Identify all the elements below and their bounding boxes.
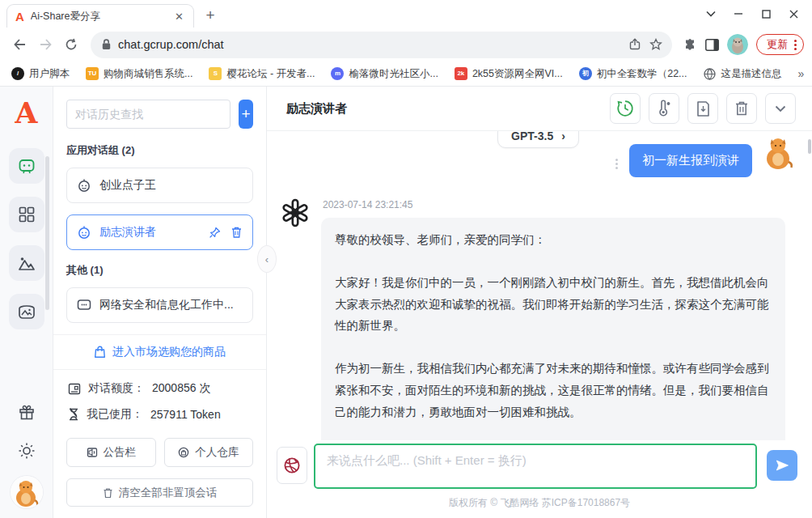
- chat-header: 励志演讲者: [267, 87, 812, 131]
- bookmark-label: 这是描述信息: [721, 67, 782, 81]
- nav-gallery-icon[interactable]: [9, 245, 44, 281]
- browser-tab[interactable]: A Ai-Share爱分享 ✕: [6, 4, 194, 28]
- bookmark-item[interactable]: TU 购物商城销售系统...: [86, 67, 192, 81]
- tab-close-icon[interactable]: ✕: [173, 11, 185, 23]
- bookmark-item[interactable]: 这是描述信息: [704, 67, 782, 81]
- minimize-icon[interactable]: [725, 3, 752, 24]
- browser-window: A Ai-Share爱分享 ✕ +: [0, 0, 812, 518]
- close-window-icon[interactable]: [780, 3, 807, 24]
- new-tab-button[interactable]: +: [199, 4, 222, 27]
- message-list[interactable]: GPT-3.5 › 初一新生报到演讲 2023-07-: [267, 131, 812, 440]
- nav-rail: A: [0, 87, 53, 518]
- model-selector[interactable]: GPT-3.5 ›: [497, 131, 579, 148]
- usage-label: 我已使用：: [87, 407, 143, 422]
- conversation-name: 励志演讲者: [99, 225, 156, 240]
- panel-collapse-chevron[interactable]: ‹: [257, 245, 277, 273]
- maximize-icon[interactable]: [752, 3, 780, 24]
- message-timestamp: 2023-07-14 23:21:45: [323, 199, 785, 210]
- profile-avatar[interactable]: [727, 34, 748, 55]
- history-time-button[interactable]: [610, 93, 641, 124]
- extensions-puzzle-icon[interactable]: [683, 38, 697, 52]
- web-access-button[interactable]: [277, 447, 307, 484]
- nav-chat-icon[interactable]: [9, 148, 44, 184]
- quota-label: 对话额度：: [88, 381, 145, 396]
- nav-apps-grid-icon[interactable]: [9, 197, 44, 232]
- update-label: 更新: [767, 37, 788, 52]
- assistant-openai-avatar: [279, 197, 311, 229]
- rail-scrollbar[interactable]: [45, 156, 49, 310]
- bookmark-label: 樱花论坛 - 开发者...: [226, 67, 315, 81]
- bookmark-star-icon[interactable]: [649, 38, 662, 51]
- user-message-bubble: 初一新生报到演讲: [629, 144, 752, 177]
- quota-value: 2000856 次: [152, 381, 210, 396]
- group-header-apps: 应用对话组 (2): [53, 142, 266, 168]
- chat-main: ‹ 励志演讲者: [267, 87, 812, 518]
- bookmark-favicon: 2k: [455, 67, 467, 80]
- conversation-name: 网络安全和信息化工作中...: [99, 298, 234, 312]
- theme-sun-icon[interactable]: [9, 437, 44, 465]
- pin-icon[interactable]: [209, 227, 221, 239]
- bookmarks-overflow-chevron[interactable]: »: [798, 67, 805, 80]
- quota-card-icon: [68, 383, 81, 395]
- gift-icon[interactable]: [9, 398, 44, 426]
- group-header-other: 其他 (1): [53, 261, 266, 287]
- temperature-button[interactable]: [649, 93, 679, 124]
- url-text[interactable]: chat.gcrup.com/chat: [118, 38, 622, 51]
- share-icon[interactable]: [629, 38, 642, 51]
- announcement-board-label: 公告栏: [104, 445, 137, 460]
- storage-icon: [178, 447, 189, 458]
- message-more-icon[interactable]: [612, 155, 621, 172]
- nav-photo-box-icon[interactable]: [9, 294, 44, 329]
- conversation-item-selected[interactable]: 励志演讲者: [66, 214, 253, 250]
- usage-row: 我已使用： 257911 Token: [68, 407, 252, 422]
- bookmark-label: 购物商城销售系统...: [104, 67, 192, 81]
- assistant-message-row: 2023-07-14 23:21:45 尊敬的校领导、老师们，亲爱的同学们： 大…: [279, 197, 797, 440]
- announcement-board-button[interactable]: 公告栏: [66, 438, 156, 467]
- shopping-bag-icon: [94, 346, 106, 359]
- save-tag-button[interactable]: [687, 93, 718, 124]
- messages-scrollbar[interactable]: [808, 139, 811, 154]
- user-avatar: [760, 134, 797, 171]
- bookmark-item[interactable]: m 榆落微时光社区小...: [331, 67, 438, 81]
- personal-storage-button[interactable]: 个人仓库: [164, 438, 254, 467]
- app-root: A: [0, 87, 812, 518]
- quota-row: 对话额度： 2000856 次: [68, 381, 252, 396]
- message-input[interactable]: [314, 444, 757, 489]
- forward-icon[interactable]: [34, 33, 57, 56]
- delete-chat-button[interactable]: [726, 93, 757, 124]
- clear-sessions-button[interactable]: 清空全部非置顶会话: [66, 478, 253, 507]
- bookmark-item[interactable]: / 用户脚本: [11, 67, 70, 81]
- tab-search-chevron-icon[interactable]: [697, 3, 725, 24]
- collapse-toolbar-chevron-button[interactable]: [765, 93, 796, 124]
- hourglass-icon: [68, 408, 79, 421]
- bookmark-favicon: 初: [579, 67, 592, 80]
- back-icon[interactable]: [8, 33, 31, 56]
- send-button[interactable]: [767, 450, 797, 481]
- user-cat-avatar[interactable]: [11, 476, 43, 508]
- bookmark-favicon: /: [11, 67, 24, 80]
- bookmark-item[interactable]: 初 初中全套数学（22...: [579, 67, 687, 81]
- update-button[interactable]: 更新: [756, 34, 804, 55]
- app-logo: A: [15, 98, 38, 127]
- history-search-input[interactable]: [66, 100, 230, 129]
- new-conversation-button[interactable]: +: [239, 100, 253, 129]
- bookmark-item[interactable]: S 樱花论坛 - 开发者...: [209, 67, 315, 81]
- refresh-icon[interactable]: [60, 33, 82, 56]
- browser-menu-kebab-icon[interactable]: [794, 40, 797, 50]
- composer-bar: [267, 440, 812, 489]
- bookmark-item[interactable]: 2k 2k55资源网全网VI...: [455, 67, 563, 81]
- bookmark-favicon: S: [209, 67, 222, 80]
- copyright-footer: 版权所有 © 飞酷网络 苏ICP备17018867号: [267, 489, 812, 518]
- address-bar[interactable]: chat.gcrup.com/chat: [91, 32, 672, 58]
- side-panel-icon[interactable]: [705, 39, 719, 51]
- conversation-item[interactable]: 创业点子王: [66, 168, 253, 203]
- trash-icon: [103, 487, 113, 499]
- bookmark-label: 用户脚本: [29, 67, 70, 81]
- chat-bubble-icon: [77, 299, 91, 312]
- tab-title: Ai-Share爱分享: [31, 10, 167, 23]
- delete-conversation-icon[interactable]: [230, 226, 243, 239]
- bot-icon: [77, 225, 91, 240]
- conversation-item[interactable]: 网络安全和信息化工作中...: [66, 287, 253, 323]
- market-link[interactable]: 进入市场选购您的商品: [53, 335, 266, 369]
- model-label: GPT-3.5: [511, 131, 553, 142]
